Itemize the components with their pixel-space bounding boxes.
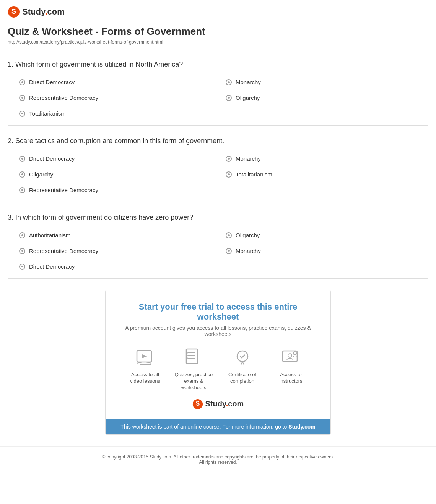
svg-marker-3 [142,354,147,358]
option-q1c-label: Representative Democracy [29,95,98,101]
feature-instructors-text: Access to instructors [272,372,310,385]
question-3: 3. In which form of government do citize… [8,202,428,279]
svg-point-14 [237,351,248,362]
svg-point-19 [293,352,296,355]
option-q3c-label: Representative Democracy [29,248,98,254]
option-q2a-label: Direct Democracy [29,155,75,162]
promo-title: Start your free trial to access this ent… [121,302,315,322]
page-footer: © copyright 2003-2015 Study.com. All oth… [0,446,436,473]
svg-line-16 [242,362,244,365]
feature-quizzes-text: Quizzes, practice exams & worksheets [175,372,213,391]
svg-point-18 [288,354,292,357]
page-title: Quiz & Worksheet - Forms of Government [8,26,428,38]
option-q2e-label: Representative Democracy [29,187,98,193]
option-q3-oligarchy[interactable]: Oligarchy [222,227,428,243]
page-header: S Study.com Quiz & Worksheet - Forms of … [0,0,436,49]
svg-point-11 [186,352,188,354]
option-q3-authoritarianism[interactable]: Authoritarianism [15,227,222,243]
radio-q2c[interactable] [19,171,25,178]
option-q1b-label: Monarchy [236,79,261,85]
question-3-text: 3. In which form of government do citize… [8,210,428,222]
option-q3a-label: Authoritarianism [29,232,70,238]
promo-section: Start your free trial to access this ent… [8,279,428,446]
studycom-logo-icon: S [8,6,20,18]
feature-certificate: Certificate of completion [223,347,262,391]
question-2: 2. Scare tactics and corruption are comm… [8,126,428,202]
feature-quizzes: Quizzes, practice exams & worksheets [175,347,213,391]
option-q1-monarchy[interactable]: Monarchy [222,74,428,90]
option-q3-direct-democracy[interactable]: Direct Democracy [15,259,222,274]
svg-rect-17 [283,351,297,362]
radio-q3e[interactable] [19,264,25,270]
radio-q3c[interactable] [19,248,25,254]
page-url: http://study.com/academy/practice/quiz-w… [8,39,428,45]
radio-q1a[interactable] [19,79,25,85]
radio-q3a[interactable] [19,232,25,238]
promo-banner: This worksheet is part of an online cour… [106,419,330,434]
question-2-options: Direct Democracy Monarchy Oligarchy Tota… [15,151,428,198]
option-q2-direct-democracy[interactable]: Direct Democracy [15,151,222,166]
promo-logo-text: Study.com [205,400,244,408]
option-q1d-label: Oligarchy [236,95,260,101]
promo-content: Start your free trial to access this ent… [106,290,330,419]
question-1: 1. Which form of government is utilized … [8,49,428,126]
question-3-options: Authoritarianism Oligarchy Representativ… [15,227,428,274]
radio-q3b[interactable] [226,232,232,238]
promo-logo-icon: S [192,399,203,409]
main-content: 1. Which form of government is utilized … [0,49,436,446]
radio-q1e[interactable] [19,111,25,117]
promo-banner-text: This worksheet is part of an online cour… [120,424,287,430]
question-1-options: Direct Democracy Monarchy Representative… [15,74,428,121]
video-icon [134,347,157,368]
radio-q1b[interactable] [226,79,232,85]
option-q2-representative-democracy[interactable]: Representative Democracy [15,182,222,198]
promo-box: Start your free trial to access this ent… [105,290,331,435]
feature-instructors: Access to instructors [272,347,310,391]
promo-banner-link[interactable]: Study.com [288,424,316,430]
footer-line1: © copyright 2003-2015 Study.com. All oth… [8,454,428,460]
option-q2d-label: Totalitarianism [236,171,272,178]
option-q1-direct-democracy[interactable]: Direct Democracy [15,74,222,90]
logo[interactable]: S Study.com [8,6,428,18]
radio-q1d[interactable] [226,95,232,101]
promo-subtitle: A premium account gives you access to al… [121,325,315,337]
svg-rect-7 [186,349,198,364]
option-q3e-label: Direct Democracy [29,263,75,270]
option-q1e-label: Totalitarianism [29,110,66,117]
option-q1-oligarchy[interactable]: Oligarchy [222,90,428,106]
svg-text:S: S [11,8,16,15]
svg-line-15 [241,362,242,365]
svg-text:S: S [195,400,200,407]
feature-videos: Access to all video lessons [126,347,164,391]
option-q2b-label: Monarchy [236,155,261,162]
question-1-text: 1. Which form of government is utilized … [8,57,428,69]
option-q2-totalitarianism[interactable]: Totalitarianism [222,166,428,182]
instructors-icon [280,347,303,368]
svg-point-13 [186,357,188,359]
option-q3-representative-democracy[interactable]: Representative Democracy [15,243,222,259]
certificate-icon [231,347,254,368]
option-q2-oligarchy[interactable]: Oligarchy [15,166,222,182]
promo-logo[interactable]: S Study.com [121,399,315,409]
promo-features: Access to all video lessons [121,347,315,391]
option-q2-monarchy[interactable]: Monarchy [222,151,428,166]
radio-q1c[interactable] [19,95,25,101]
option-q3-monarchy[interactable]: Monarchy [222,243,428,259]
option-q1a-label: Direct Democracy [29,79,75,85]
svg-point-12 [186,355,188,356]
feature-certificate-text: Certificate of completion [223,372,262,385]
option-q1-representative-democracy[interactable]: Representative Democracy [15,90,222,106]
option-q3b-label: Oligarchy [236,232,260,238]
feature-videos-text: Access to all video lessons [126,372,164,385]
option-q2c-label: Oligarchy [29,171,53,178]
radio-q2b[interactable] [226,156,232,162]
quiz-icon [182,347,205,368]
radio-q3d[interactable] [226,248,232,254]
radio-q2d[interactable] [226,171,232,178]
option-q1-totalitarianism[interactable]: Totalitarianism [15,106,222,121]
radio-q2a[interactable] [19,156,25,162]
option-q3d-label: Monarchy [236,248,261,254]
question-2-text: 2. Scare tactics and corruption are comm… [8,133,428,145]
radio-q2e[interactable] [19,187,25,193]
footer-line2: All rights reserved. [8,460,428,465]
